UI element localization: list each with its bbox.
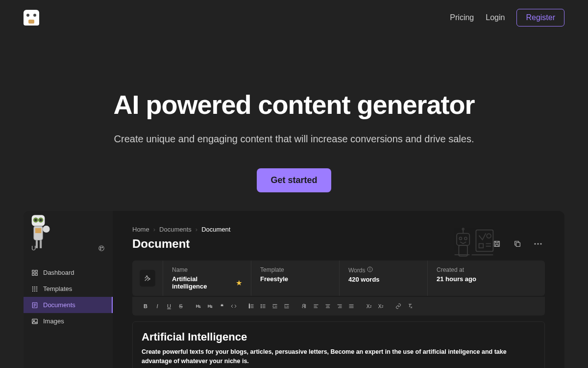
breadcrumb-home[interactable]: Home xyxy=(132,226,149,233)
svg-point-18 xyxy=(32,286,33,287)
svg-rect-48 xyxy=(516,242,520,246)
nav-login[interactable]: Login xyxy=(486,13,505,22)
align-center-button[interactable] xyxy=(322,301,333,312)
align-right-button[interactable] xyxy=(334,301,345,312)
subscript-button[interactable]: X2 xyxy=(364,301,374,312)
svg-point-40 xyxy=(487,234,491,238)
svg-point-26 xyxy=(36,290,37,291)
meta-name-label: Name xyxy=(172,266,242,273)
ordered-list-button[interactable]: 123 xyxy=(246,301,257,312)
hero-subtitle: Create unique and engaging content that … xyxy=(0,133,588,145)
svg-point-51 xyxy=(540,243,541,244)
meta-name-value: Artificial intelligence xyxy=(172,275,233,290)
breadcrumb-current: Document xyxy=(201,226,230,233)
nav-register-button[interactable]: Register xyxy=(516,9,564,26)
robot-logo-icon xyxy=(24,10,39,26)
svg-rect-14 xyxy=(32,270,34,272)
meta-created-label: Created at xyxy=(437,266,536,273)
hero-title: AI powered content generator xyxy=(0,89,588,120)
svg-rect-41 xyxy=(479,244,484,248)
editor-content[interactable]: Artificial Intelligence Create powerful … xyxy=(132,321,545,368)
quote-button[interactable]: ❝ xyxy=(217,301,227,312)
nav-pricing[interactable]: Pricing xyxy=(450,13,474,22)
chevron-right-icon: › xyxy=(196,226,197,233)
meta-template-label: Template xyxy=(260,266,330,273)
dashboard-icon xyxy=(31,269,38,276)
document-type-icon[interactable] xyxy=(140,270,155,287)
svg-point-64 xyxy=(261,304,262,305)
bold-button[interactable]: B xyxy=(140,301,151,312)
svg-point-12 xyxy=(102,247,103,248)
indent-button[interactable] xyxy=(281,301,292,312)
assistant-illustration xyxy=(452,225,496,259)
sidebar-item-templates[interactable]: Templates xyxy=(24,281,113,297)
svg-point-3 xyxy=(34,219,37,221)
chevron-right-icon: › xyxy=(153,226,155,233)
document-meta-bar: Name Artificial intelligence ★ Template … xyxy=(132,261,545,296)
more-button[interactable] xyxy=(531,237,545,251)
code-button[interactable] xyxy=(228,301,239,312)
superscript-button[interactable]: X2 xyxy=(375,301,386,312)
merchant-robot-illustration xyxy=(24,211,53,251)
copy-button[interactable] xyxy=(511,237,524,251)
documents-icon xyxy=(31,302,38,309)
align-left-button[interactable] xyxy=(311,301,321,312)
outdent-button[interactable] xyxy=(270,301,280,312)
breadcrumb-documents[interactable]: Documents xyxy=(159,226,192,233)
italic-button[interactable]: I xyxy=(152,301,163,312)
svg-rect-17 xyxy=(35,273,37,275)
editor-toolbar: B I U S H₁ H₂ ❝ 123 xyxy=(132,297,545,315)
palette-icon[interactable] xyxy=(98,245,105,252)
svg-point-49 xyxy=(534,243,536,244)
svg-rect-8 xyxy=(36,240,38,248)
rtl-button[interactable] xyxy=(299,301,310,312)
h2-button[interactable]: H₂ xyxy=(205,301,216,312)
templates-icon xyxy=(31,286,38,292)
underline-button[interactable]: U xyxy=(164,301,174,312)
sidebar-item-label: Dashboard xyxy=(43,269,74,276)
svg-point-24 xyxy=(32,290,33,291)
svg-rect-16 xyxy=(32,273,34,275)
editor-heading: Artificial Intelligence xyxy=(142,331,536,343)
svg-point-20 xyxy=(36,286,37,287)
svg-rect-15 xyxy=(35,270,37,272)
svg-point-11 xyxy=(100,247,101,248)
meta-words-value: 420 words xyxy=(348,276,418,283)
svg-point-65 xyxy=(261,306,262,307)
svg-point-35 xyxy=(465,237,467,239)
page-title: Document xyxy=(132,237,190,251)
strikethrough-button[interactable]: S xyxy=(175,301,186,312)
link-button[interactable] xyxy=(393,301,404,312)
svg-point-4 xyxy=(40,219,42,221)
svg-text:3: 3 xyxy=(249,307,250,309)
sidebar-item-dashboard[interactable]: Dashboard xyxy=(24,264,113,281)
svg-rect-9 xyxy=(40,240,42,248)
h1-button[interactable]: H₁ xyxy=(193,301,204,312)
svg-point-10 xyxy=(99,245,104,251)
unordered-list-button[interactable] xyxy=(258,301,269,312)
meta-words-label: Words xyxy=(348,267,365,274)
images-icon xyxy=(31,318,38,325)
sidebar-item-documents[interactable]: Documents xyxy=(24,297,113,313)
sidebar-item-label: Images xyxy=(43,317,64,325)
logo[interactable] xyxy=(24,10,39,26)
sidebar-item-images[interactable]: Images xyxy=(24,313,113,329)
meta-template-value: Freestyle xyxy=(260,275,330,283)
svg-point-13 xyxy=(100,248,101,249)
clear-format-button[interactable] xyxy=(405,301,416,312)
svg-point-25 xyxy=(34,290,35,291)
svg-point-66 xyxy=(261,307,262,308)
svg-point-54 xyxy=(370,268,370,268)
editor-body: Create powerful texts for your blogs, ar… xyxy=(142,347,536,367)
svg-point-7 xyxy=(43,226,49,233)
svg-rect-47 xyxy=(495,244,498,246)
cta-get-started-button[interactable]: Get started xyxy=(257,168,331,192)
svg-rect-6 xyxy=(35,228,41,233)
meta-created-value: 21 hours ago xyxy=(437,275,536,283)
star-icon[interactable]: ★ xyxy=(236,279,242,287)
sidebar-item-label: Templates xyxy=(43,285,72,292)
info-icon[interactable] xyxy=(367,266,373,274)
sidebar-item-label: Documents xyxy=(43,301,75,309)
svg-rect-31 xyxy=(32,319,38,323)
justify-button[interactable] xyxy=(346,301,357,312)
